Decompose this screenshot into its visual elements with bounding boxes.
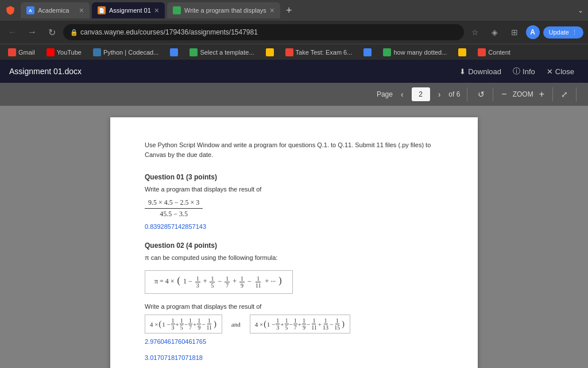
question-02-section: Question 02 (4 points) π can be computed… bbox=[145, 241, 443, 361]
fit-page-button[interactable]: ⤢ bbox=[558, 89, 571, 100]
question-02-formulas: 4 × ( 1 − 1 3 + 1 5 − 1 7 bbox=[145, 315, 443, 334]
formula-denominator: 45.5 − 3.5 bbox=[156, 209, 191, 220]
info-label: Info bbox=[523, 67, 535, 76]
bookmark-flag3[interactable] bbox=[455, 47, 470, 57]
tab-write-program[interactable]: Write a program that displays × bbox=[167, 2, 280, 18]
star-button[interactable]: ☆ bbox=[467, 24, 483, 40]
info-icon: ⓘ bbox=[513, 66, 520, 76]
bookmark-gmail-label: Gmail bbox=[18, 49, 35, 56]
prev-page-button[interactable]: ‹ bbox=[397, 89, 407, 100]
question-02-title: Question 02 (4 points) bbox=[145, 241, 443, 250]
bookmark-youtube[interactable]: YouTube bbox=[43, 47, 85, 57]
formula-part-1: 4 × ( 1 − 1 3 + 1 5 − 1 7 bbox=[145, 315, 222, 334]
pdf-content-area: Use Python Script Window and write a pro… bbox=[0, 106, 588, 368]
pdf-toolbar: Page ‹ › of 6 ↺ − ZOOM + ⤢ bbox=[0, 83, 588, 106]
back-button[interactable]: ← bbox=[5, 24, 21, 40]
bookmark-how-many-label: how many dotted... bbox=[393, 49, 447, 56]
new-tab-button[interactable]: + bbox=[283, 5, 296, 17]
next-page-button[interactable]: › bbox=[435, 89, 444, 100]
toolbar-divider-1 bbox=[467, 87, 467, 101]
bookmark-flag2[interactable] bbox=[360, 47, 375, 57]
bookmark-take-test[interactable]: Take Test: Exam 6... bbox=[282, 47, 356, 57]
question-02-write-desc: Write a program that displays the result… bbox=[145, 303, 443, 310]
address-text: canvas.wayne.edu/courses/179436/assignme… bbox=[80, 28, 258, 36]
security-lock-icon: 🔒 bbox=[70, 29, 78, 36]
browser-actions: ☆ ◈ ⊞ A Update ⋮ bbox=[467, 24, 583, 40]
close-button[interactable]: ✕ Close bbox=[542, 65, 579, 78]
question-01-title: Question 01 (3 points) bbox=[145, 173, 443, 181]
page-total: of 6 bbox=[448, 90, 460, 98]
pdf-viewer-header: Assignment 01.docx ⬇ Download ⓘ Info ✕ C… bbox=[0, 60, 588, 83]
extensions-button[interactable]: ⊞ bbox=[506, 24, 523, 40]
bookmark-shield[interactable] bbox=[167, 47, 181, 57]
address-field[interactable]: 🔒 canvas.wayne.edu/courses/179436/assign… bbox=[63, 24, 464, 40]
profile-button[interactable]: A bbox=[526, 25, 540, 39]
toolbar-divider-2 bbox=[493, 87, 493, 101]
update-label: Update bbox=[549, 29, 569, 36]
flag1-favicon bbox=[266, 48, 274, 56]
toolbar-divider-4 bbox=[576, 87, 577, 101]
bookmarks-bar: Gmail YouTube Python | Codecad... Select… bbox=[0, 44, 588, 60]
bookmark-gmail[interactable]: Gmail bbox=[5, 47, 38, 57]
tab-academica-close[interactable]: × bbox=[79, 6, 84, 14]
select-template-favicon bbox=[189, 48, 198, 56]
reload-button[interactable]: ↻ bbox=[44, 24, 60, 40]
bookmark-youtube-label: YouTube bbox=[57, 49, 82, 56]
tab-write-program-close[interactable]: × bbox=[270, 6, 274, 14]
bookmark-select-template-label: Select a template... bbox=[200, 49, 254, 56]
take-test-favicon bbox=[285, 48, 293, 56]
and-text: and bbox=[231, 321, 241, 328]
tab-assignment[interactable]: 📄 Assignment 01 × bbox=[92, 2, 165, 18]
zoom-in-button[interactable]: + bbox=[536, 88, 548, 101]
brave-browser-icon bbox=[5, 5, 16, 16]
question-02-answer-1: 2.9760461760461765 bbox=[145, 338, 443, 345]
bookmark-content[interactable]: Content bbox=[474, 47, 514, 57]
question-01-section: Question 01 (3 points) Write a program t… bbox=[145, 173, 443, 230]
forward-button[interactable]: → bbox=[24, 24, 40, 40]
pdf-page: Use Python Script Window and write a pro… bbox=[110, 117, 478, 368]
shield-favicon bbox=[170, 48, 178, 56]
close-label: Close bbox=[555, 67, 574, 76]
youtube-favicon bbox=[47, 48, 55, 56]
question-01-desc: Write a program that displays the result… bbox=[145, 186, 443, 193]
question-02-pi-desc: π can be computed using the following fo… bbox=[145, 254, 443, 261]
gmail-favicon bbox=[8, 48, 16, 56]
pi-formula-box: π = 4 × ( 1 − 1 3 + 1 5 − 1 7 + bbox=[145, 270, 293, 294]
tab-write-program-label: Write a program that displays bbox=[184, 7, 266, 14]
toolbar-divider-3 bbox=[552, 87, 553, 101]
document-intro: Use Python Script Window and write a pro… bbox=[145, 140, 443, 159]
academica-favicon: A bbox=[26, 6, 34, 14]
page-number-input[interactable] bbox=[412, 87, 430, 101]
tab-bar: A Academica × 📄 Assignment 01 × Write a … bbox=[0, 0, 588, 21]
reload-view-button[interactable]: ↺ bbox=[474, 89, 488, 100]
zoom-out-button[interactable]: − bbox=[498, 88, 510, 101]
bookmark-select-template[interactable]: Select a template... bbox=[186, 47, 257, 57]
how-many-favicon bbox=[383, 48, 391, 56]
bookmark-flag1[interactable] bbox=[262, 47, 277, 57]
pdf-title: Assignment 01.docx bbox=[9, 67, 455, 76]
zoom-label: ZOOM bbox=[513, 90, 533, 98]
question-01-answer: 0.8392857142857143 bbox=[145, 223, 443, 230]
bookmark-python[interactable]: Python | Codecad... bbox=[90, 47, 162, 57]
content-favicon bbox=[478, 48, 486, 56]
python-favicon bbox=[93, 48, 101, 56]
bookmark-how-many[interactable]: how many dotted... bbox=[380, 47, 450, 57]
flag3-favicon bbox=[458, 48, 466, 56]
tab-overflow-button[interactable]: ⌄ bbox=[578, 6, 583, 14]
tab-academica[interactable]: A Academica × bbox=[21, 2, 90, 18]
formula-part-2: 4 × ( 1 − 1 3 + 1 5 − 1 7 bbox=[250, 315, 350, 334]
download-label: Download bbox=[468, 67, 501, 76]
update-button[interactable]: Update ⋮ bbox=[543, 26, 583, 39]
address-bar: ← → ↻ 🔒 canvas.wayne.edu/courses/179436/… bbox=[0, 21, 588, 44]
browser-chrome: A Academica × 📄 Assignment 01 × Write a … bbox=[0, 0, 588, 60]
wallet-button[interactable]: ◈ bbox=[487, 24, 503, 40]
tab-assignment-close[interactable]: × bbox=[154, 6, 159, 14]
download-button[interactable]: ⬇ Download bbox=[455, 65, 506, 78]
tab-academica-label: Academica bbox=[38, 7, 76, 14]
formula-numerator: 9.5 × 4.5 − 2.5 × 3 bbox=[145, 197, 203, 209]
zoom-controls: ↺ − ZOOM + ⤢ bbox=[474, 87, 579, 101]
write-program-favicon bbox=[173, 6, 181, 14]
update-menu-icon: ⋮ bbox=[571, 29, 578, 36]
close-icon: ✕ bbox=[547, 67, 553, 76]
info-button[interactable]: ⓘ Info bbox=[508, 64, 540, 79]
